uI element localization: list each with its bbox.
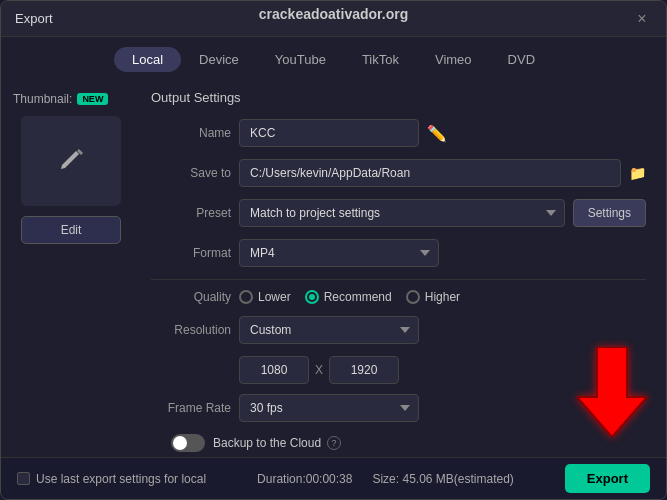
tab-bar: Local Device YouTube TikTok Vimeo DVD [1,37,666,78]
backup-info-icon[interactable]: ? [327,436,341,450]
export-button[interactable]: Export [565,464,650,493]
resolution-inputs: X [239,356,399,384]
bottom-bar: Use last export settings for local Durat… [1,457,666,499]
new-badge: NEW [77,93,108,105]
format-select[interactable]: MP4 [239,239,439,267]
preset-select[interactable]: Match to project settings [239,199,565,227]
width-input[interactable] [239,356,309,384]
radio-higher [406,290,420,304]
resolution-inputs-row: X [151,356,646,384]
save-to-label: Save to [151,166,231,180]
edit-name-icon[interactable]: ✏️ [427,124,447,143]
thumbnail-box [21,116,121,206]
main-content: Thumbnail: NEW Edit Output Settings Name… [1,78,666,457]
backup-label: Backup to the Cloud [213,436,321,450]
window-title: Export [15,11,53,26]
preset-select-row: Match to project settings Settings [239,199,646,227]
edit-button[interactable]: Edit [21,216,121,244]
thumbnail-label: Thumbnail: NEW [13,92,108,106]
tab-local[interactable]: Local [114,47,181,72]
name-label: Name [151,126,231,140]
right-panel: Output Settings Name ✏️ Save to C:/Users… [141,78,666,457]
preset-label: Preset [151,206,231,220]
checkbox-row: Use last export settings for local [17,472,206,486]
quality-options: Lower Recommend Higher [239,290,646,304]
quality-higher[interactable]: Higher [406,290,460,304]
size-label: Size: 45.06 MB(estimated) [372,472,513,486]
close-button[interactable]: × [632,9,652,29]
last-export-checkbox[interactable] [17,472,30,485]
tab-dvd[interactable]: DVD [490,47,553,72]
path-value: C:/Users/kevin/AppData/Roan [250,166,610,180]
left-panel: Thumbnail: NEW Edit [1,78,141,457]
frame-rate-row: Frame Rate 30 fps [151,394,646,422]
tab-tiktok[interactable]: TikTok [344,47,417,72]
name-row: Name ✏️ [151,119,646,147]
duration-label: Duration:00:00:38 [257,472,352,486]
tab-youtube[interactable]: YouTube [257,47,344,72]
toggle-knob [173,436,187,450]
backup-toggle-container: Backup to the Cloud ? [171,434,341,452]
bottom-info: Duration:00:00:38 Size: 45.06 MB(estimat… [257,472,514,486]
section-title: Output Settings [151,90,646,105]
titlebar: Export × [1,1,666,37]
quality-row: Quality Lower Recommend Higher [151,290,646,304]
frame-rate-label: Frame Rate [151,401,231,415]
preset-row: Preset Match to project settings Setting… [151,199,646,227]
tab-vimeo[interactable]: Vimeo [417,47,490,72]
format-label: Format [151,246,231,260]
backup-row: Backup to the Cloud ? [151,434,646,452]
tab-device[interactable]: Device [181,47,257,72]
radio-lower [239,290,253,304]
quality-label: Quality [151,290,231,304]
frame-rate-select[interactable]: 30 fps [239,394,419,422]
path-container: C:/Users/kevin/AppData/Roan [239,159,621,187]
resolution-label: Resolution [151,323,231,337]
settings-button[interactable]: Settings [573,199,646,227]
height-input[interactable] [329,356,399,384]
x-separator: X [315,363,323,377]
export-window: Export × crackeadoativador.org Local Dev… [0,0,667,500]
resolution-select[interactable]: Custom [239,316,419,344]
backup-toggle[interactable] [171,434,205,452]
format-row: Format MP4 [151,239,646,267]
quality-recommend[interactable]: Recommend [305,290,392,304]
checkbox-label: Use last export settings for local [36,472,206,486]
folder-icon[interactable]: 📁 [629,165,646,181]
quality-lower[interactable]: Lower [239,290,291,304]
pencil-icon [55,145,87,177]
resolution-row: Resolution Custom [151,316,646,344]
name-input[interactable] [239,119,419,147]
radio-recommend [305,290,319,304]
save-to-row: Save to C:/Users/kevin/AppData/Roan 📁 [151,159,646,187]
